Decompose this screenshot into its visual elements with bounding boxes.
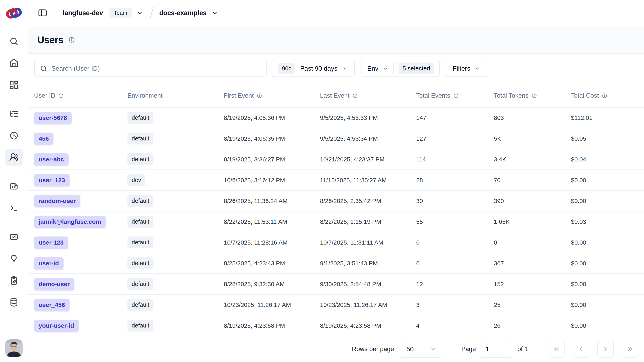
table-row[interactable]: jannik@langfuse.com default 8/22/2025, 1… [28, 211, 644, 232]
column-header[interactable]: Total Cost [571, 92, 644, 99]
user-id-badge[interactable]: user-123 [34, 236, 68, 249]
table-row[interactable]: user-5678 default 8/19/2025, 4:05:36 PM … [28, 108, 644, 128]
chevron-down-icon [382, 65, 388, 72]
column-header[interactable]: User ID [34, 92, 128, 99]
table-row[interactable]: user_456 default 10/23/2025, 11:26:17 AM… [28, 295, 644, 315]
sidebar-item-scores[interactable] [5, 228, 22, 246]
user-id-badge[interactable]: user_456 [34, 299, 70, 311]
percent-card-icon [9, 232, 19, 242]
sidebar-item-datasets[interactable] [5, 294, 22, 311]
last-event-cell: 9/1/2025, 3:51:43 PM [320, 260, 416, 267]
chevrons-right-icon [626, 345, 634, 353]
user-id-badge[interactable]: user-id [34, 257, 64, 269]
user-id-badge[interactable]: user_123 [34, 174, 70, 186]
total-events-cell: 12 [416, 281, 494, 287]
rows-per-page-select[interactable]: 50 [400, 341, 441, 357]
langfuse-logo[interactable] [5, 0, 22, 26]
chevron-down-icon [136, 10, 143, 16]
sidebar-item-annotation[interactable] [5, 272, 22, 289]
table-row[interactable]: random-user default 8/26/2025, 11:36:24 … [28, 191, 644, 211]
info-icon[interactable] [352, 93, 358, 99]
column-label: Last Event [320, 92, 350, 99]
sidebar-item-dashboards[interactable] [5, 76, 22, 94]
info-icon[interactable] [256, 93, 262, 99]
sidebar-nav [5, 33, 22, 311]
first-event-cell: 8/25/2025, 4:23:43 PM [224, 260, 320, 267]
first-event-cell: 8/19/2025, 4:05:35 PM [224, 135, 320, 142]
page-info-icon[interactable] [68, 36, 75, 43]
total-tokens-cell: 0 [494, 239, 571, 246]
table-row[interactable]: user-abc default 8/19/2025, 3:36:27 PM 1… [28, 149, 644, 170]
sidebar-item-home[interactable] [5, 55, 22, 72]
environment-filter-button[interactable]: Env 5 selected [362, 60, 440, 77]
column-header[interactable]: Last Event [320, 92, 416, 99]
previous-page-button[interactable] [572, 341, 589, 357]
user-id-badge[interactable]: random-user [34, 195, 80, 207]
search-box[interactable] [34, 60, 266, 77]
user-id-badge[interactable]: demo-user [34, 278, 74, 290]
table-row[interactable]: user-123 default 10/7/2025, 11:28:16 AM … [28, 232, 644, 253]
info-icon[interactable] [531, 93, 537, 99]
sidebar-item-users[interactable] [5, 149, 22, 166]
column-header[interactable]: First Event [224, 92, 320, 99]
table-row[interactable]: user_123 dev 10/6/2025, 3:16:12 PM 11/13… [28, 170, 644, 191]
total-events-cell: 127 [416, 135, 494, 142]
sidebar-toggle-button[interactable] [37, 8, 48, 18]
info-icon[interactable] [602, 93, 608, 99]
total-events-cell: 114 [416, 156, 494, 163]
total-events-cell: 6 [416, 239, 494, 246]
list-tree-icon [9, 109, 19, 119]
sidebar-item-prompts[interactable] [5, 178, 22, 195]
info-icon[interactable] [58, 93, 64, 99]
page-number-input[interactable] [480, 341, 512, 357]
breadcrumb-project-name[interactable]: docs-examples [159, 9, 207, 17]
total-cost-cell: $0.00 [571, 322, 644, 329]
env-selected-badge: 5 selected [398, 63, 434, 74]
total-events-cell: 55 [416, 218, 494, 225]
first-page-button[interactable] [548, 341, 564, 357]
user-id-badge[interactable]: user-abc [34, 153, 68, 165]
total-tokens-cell: 367 [494, 260, 571, 267]
table-row[interactable]: 456 default 8/19/2025, 4:05:35 PM 9/5/20… [28, 128, 644, 149]
user-id-badge[interactable]: jannik@langfuse.com [34, 216, 106, 228]
environment-badge: default [128, 278, 154, 290]
table-row[interactable]: your-user-id default 8/19/2025, 4:23:58 … [28, 315, 644, 336]
chevron-down-icon [474, 65, 480, 72]
project-switcher-button[interactable] [212, 10, 218, 16]
filters-button[interactable]: Filters [446, 60, 487, 77]
user-id-badge[interactable]: 456 [34, 133, 54, 145]
table-body: user-5678 default 8/19/2025, 4:05:36 PM … [28, 108, 644, 336]
search-input[interactable] [52, 65, 261, 72]
chevron-down-icon [430, 346, 436, 352]
info-icon[interactable] [453, 93, 459, 99]
table-row[interactable]: user-id default 8/25/2025, 4:23:43 PM 9/… [28, 253, 644, 274]
sidebar-item-sessions[interactable] [5, 127, 22, 144]
user-avatar[interactable] [5, 339, 22, 357]
first-event-cell: 10/23/2025, 11:26:17 AM [224, 301, 320, 308]
total-cost-cell: $112.01 [571, 114, 644, 121]
column-header[interactable]: Total Events [416, 92, 494, 99]
org-switcher-button[interactable] [136, 10, 143, 16]
column-header[interactable]: Environment [128, 92, 224, 99]
sidebar-item-insights[interactable] [5, 250, 22, 267]
table-row[interactable]: demo-user default 8/28/2025, 9:32:30 AM … [28, 274, 644, 295]
breadcrumb-org-name[interactable]: langfuse-dev [63, 9, 103, 17]
last-page-button[interactable] [622, 341, 638, 357]
user-id-badge[interactable]: user-5678 [34, 112, 72, 124]
sidebar-item-playground[interactable] [5, 199, 22, 217]
last-event-cell: 9/5/2025, 4:53:33 PM [320, 114, 416, 121]
date-range-button[interactable]: 90d Past 90 days [272, 60, 355, 77]
pager-buttons [548, 341, 638, 357]
total-tokens-cell: 1.65K [494, 218, 571, 225]
column-header[interactable]: Total Tokens [494, 92, 571, 99]
sidebar-item-tracing[interactable] [5, 105, 22, 123]
total-tokens-cell: 3.4K [494, 156, 571, 163]
users-icon [9, 153, 19, 162]
next-page-button[interactable] [597, 341, 614, 357]
sidebar-item-search[interactable] [5, 33, 22, 50]
environment-badge: default [128, 257, 154, 269]
environment-badge: default [128, 195, 154, 207]
clock-icon [9, 131, 19, 140]
page-header: Users [28, 26, 644, 54]
user-id-badge[interactable]: your-user-id [34, 320, 79, 332]
